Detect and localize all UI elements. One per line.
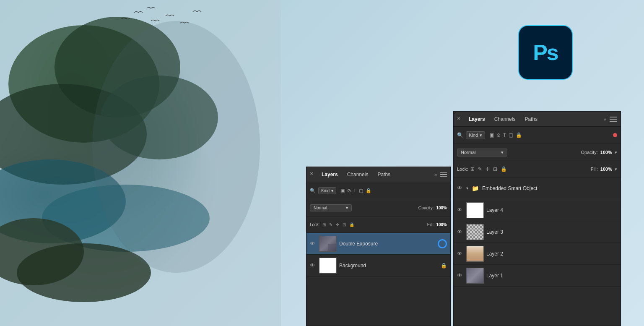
lock-all-icon[interactable]: 🔒 [501,166,507,172]
layers-list-back: 👁 Layer 4 👁 Layer 3 👁 Layer 2 👁 Layer 1 [454,199,621,326]
blend-section-back: Normal ▾ Opacity: 100% ▾ [454,144,621,161]
close-button-back[interactable]: × [457,115,460,122]
lock-artboard-icon[interactable]: ⊡ [493,166,497,172]
smart-filter-icon[interactable]: 🔒 [516,132,522,138]
kind-label-back: Kind [469,133,478,138]
ps-logo-text: Ps [533,40,558,65]
eye-icon-3[interactable]: 👁 [457,229,464,235]
blend-chevron-front: ▾ [346,206,348,210]
pf-type-icon[interactable]: T [353,188,356,193]
panel-more-back[interactable]: » [604,117,606,122]
blend-mode-label-front: Normal [314,206,327,210]
group-layer-name: Embedded Smart Object [482,185,617,191]
tab-channels-front[interactable]: Channels [343,170,373,179]
layer-thumb-1 [466,268,484,284]
lf-move-icon[interactable]: ✛ [336,222,339,227]
tab-layers-back[interactable]: Layers [465,115,489,124]
tab-paths-front[interactable]: Paths [373,170,395,179]
tab-paths-back[interactable]: Paths [520,115,542,124]
search-icon-back: 🔍 [457,132,463,138]
lf-paint-icon[interactable]: ✎ [329,222,332,227]
pf-shape-icon[interactable]: ▢ [359,188,363,193]
opacity-value-back[interactable]: 100% [600,150,612,155]
kind-dropdown-front[interactable]: Kind ▾ [318,187,336,194]
lf-transparency-icon[interactable]: ⊞ [322,222,326,227]
layer-row-double-exposure[interactable]: 👁 Double Exposure [306,233,450,255]
eye-icon-1[interactable]: 👁 [457,272,464,279]
opacity-chevron-back[interactable]: ▾ [615,150,617,155]
layer-name-4: Layer 4 [486,207,617,213]
layer-row-3[interactable]: 👁 Layer 3 [454,221,621,243]
lock-section-front: Lock: ⊞ ✎ ✛ ⊡ 🔒 Fill: 100% [306,216,450,233]
kind-label-front: Kind [321,188,330,193]
filter-section-back: 🔍 Kind ▾ ▣ ⊘ T ▢ 🔒 [454,127,621,144]
blend-mode-dropdown-back[interactable]: Normal ▾ [457,149,507,156]
kind-chevron-back: ▾ [480,133,482,138]
layer-name-de: Double Exposure [339,241,435,247]
lock-transparency-icon[interactable]: ⊞ [470,166,475,172]
kind-dropdown-back[interactable]: Kind ▾ [466,131,485,139]
fill-label-back: Fill: [591,167,598,172]
tab-channels-back[interactable]: Channels [490,115,520,124]
panel-menu-back[interactable] [610,117,617,122]
layer-name-1: Layer 1 [486,273,617,279]
fill-value-back[interactable]: 100% [600,167,612,172]
layers-list-front: 👁 Double Exposure 👁 Background 🔒 [306,233,450,326]
panel-header-front: × Layers Channels Paths » [306,167,450,182]
layer-thumb-de [319,236,337,252]
group-folder-icon: 📁 [472,185,479,192]
eye-icon-group[interactable]: 👁 [457,185,464,191]
layer-lock-icon: 🔒 [441,263,447,269]
pixel-filter-icon[interactable]: ▣ [489,132,494,138]
layers-panel-front: × Layers Channels Paths » 🔍 Kind ▾ ▣ ⊘ T… [306,167,451,326]
group-arrow[interactable]: ▾ [466,186,468,190]
lock-icons-back: ⊞ ✎ ✛ ⊡ 🔒 [470,166,507,172]
pf-lock-icon[interactable]: 🔒 [366,188,371,193]
blend-mode-dropdown-front[interactable]: Normal ▾ [310,204,352,211]
tab-layers-front[interactable]: Layers [317,170,342,179]
layer-row-4[interactable]: 👁 Layer 4 [454,199,621,221]
lock-label-back: Lock: [457,167,468,172]
lf-artboard-icon[interactable]: ⊡ [343,222,346,227]
eye-icon-bg[interactable]: 👁 [310,262,317,269]
search-icon-front: 🔍 [310,188,316,193]
eye-icon-2[interactable]: 👁 [457,250,464,257]
filter-section-front: 🔍 Kind ▾ ▣ ⊘ T ▢ 🔒 [306,182,450,199]
eye-icon-4[interactable]: 👁 [457,207,464,213]
pf-pixel-icon[interactable]: ▣ [340,188,345,193]
filter-active-dot-back [613,133,617,137]
pf-adjust-icon[interactable]: ⊘ [347,188,351,193]
blend-mode-label-back: Normal [461,150,475,155]
eye-icon-de[interactable]: 👁 [310,240,317,247]
filter-icons-front: ▣ ⊘ T ▢ 🔒 [340,188,371,193]
lock-label-front: Lock: [310,222,320,227]
panel-more-front[interactable]: » [434,172,437,177]
shape-filter-icon[interactable]: ▢ [509,132,513,138]
layer-name-3: Layer 3 [486,229,617,235]
blend-chevron-back: ▾ [501,150,504,155]
lf-lock-icon[interactable]: 🔒 [349,222,354,227]
opacity-label-back: Opacity: [581,150,598,155]
lock-paint-icon[interactable]: ✎ [478,166,482,172]
panel-menu-front[interactable] [440,172,447,177]
fill-chevron-back[interactable]: ▾ [615,167,617,172]
lock-icons-front: ⊞ ✎ ✛ ⊡ 🔒 [322,222,354,227]
fill-value-front[interactable]: 100% [436,222,447,227]
opacity-value-front[interactable]: 100% [436,206,447,210]
layer-name-bg: Background [339,263,438,269]
layer-name-2: Layer 2 [486,251,617,257]
close-button-front[interactable]: × [310,170,313,177]
adjustment-filter-icon[interactable]: ⊘ [496,132,501,138]
layer-thumb-bg [319,258,337,274]
nature-tones [0,0,285,326]
layer-row-2[interactable]: 👁 Layer 2 [454,243,621,265]
fill-label-front: Fill: [427,222,434,227]
layer-row-1[interactable]: 👁 Layer 1 [454,265,621,287]
lock-move-icon[interactable]: ✛ [486,166,490,172]
smart-object-indicator [438,239,447,248]
layer-row-background[interactable]: 👁 Background 🔒 [306,255,450,276]
panel-header-back: × Layers Channels Paths » [454,112,621,127]
type-filter-icon[interactable]: T [503,132,506,138]
layer-thumb-4 [466,202,484,218]
group-layer-row[interactable]: 👁 ▾ 📁 Embedded Smart Object [454,177,621,199]
